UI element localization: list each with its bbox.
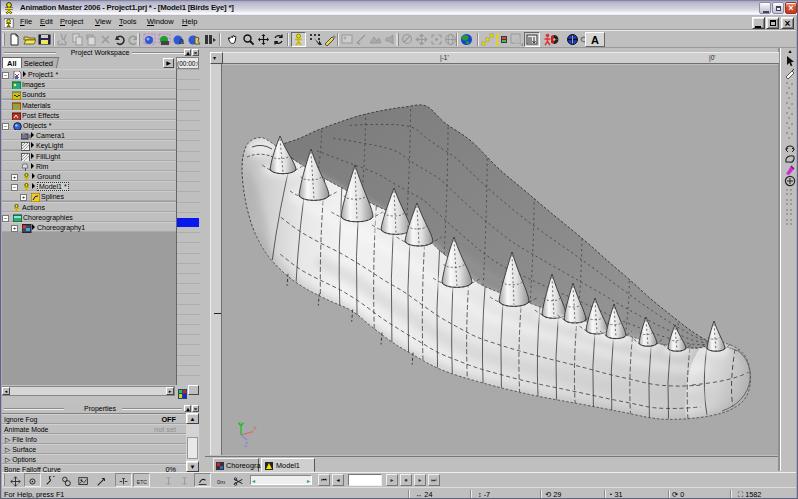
- svg-text:Y: Y: [238, 421, 242, 427]
- svg-text:X: X: [253, 425, 257, 431]
- svg-text:0m: 0m: [217, 479, 225, 485]
- svg-text:ETC: ETC: [137, 479, 147, 485]
- svg-text:Z: Z: [244, 441, 249, 448]
- svg-text:a: a: [179, 36, 185, 46]
